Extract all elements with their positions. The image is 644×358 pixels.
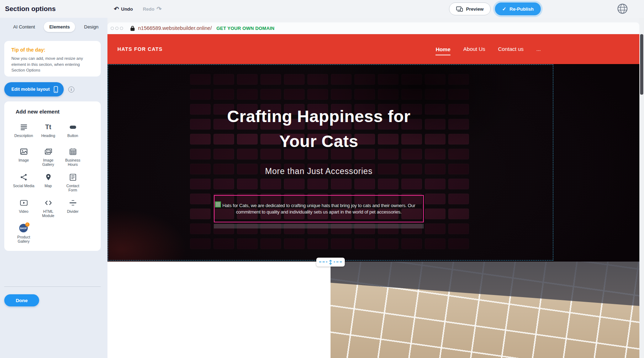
element-product-gallery[interactable]: SHOP ↑ Product Gallery	[11, 224, 36, 243]
add-element-title: Add new element	[16, 109, 101, 115]
hero-paragraph: Hats for Cats, we are dedicated to craft…	[217, 202, 420, 215]
element-resize-handle[interactable]	[215, 201, 221, 207]
element-contact-form[interactable]: Contact Form	[60, 173, 85, 192]
hero-tile	[378, 238, 398, 249]
section-resize-handle[interactable]	[316, 258, 345, 267]
element-image-gallery[interactable]: Image Gallery	[36, 147, 60, 167]
hero-paragraph-element[interactable]: Hats for Cats, we are dedicated to craft…	[214, 195, 424, 222]
element-divider[interactable]: Divider	[60, 198, 85, 218]
language-globe-button[interactable]	[617, 3, 628, 15]
photo-shadow	[331, 262, 639, 358]
product-gallery-icon: SHOP ↑	[19, 224, 28, 233]
redo-button[interactable]: Redo ↷	[143, 6, 162, 12]
sidebar-panel: AI Content Elements Design Tip of the da…	[0, 18, 107, 358]
info-icon[interactable]: i	[68, 86, 74, 93]
hero-tile	[190, 238, 211, 249]
image-icon	[20, 147, 28, 156]
hero-tile	[331, 238, 352, 249]
topbar: Section options ↶ Undo Redo ↷ Preview ✓ …	[0, 0, 644, 18]
hero-tile	[260, 238, 281, 249]
hero-subheading[interactable]: More than Just Accessories	[107, 165, 530, 177]
preview-button[interactable]: Preview	[449, 2, 491, 15]
get-domain-link[interactable]: GET YOUR OWN DOMAIN	[216, 26, 274, 31]
upgrade-badge-icon: ↑	[25, 222, 30, 227]
undo-button[interactable]: ↶ Undo	[114, 6, 133, 12]
undo-icon: ↶	[114, 6, 119, 12]
button-icon	[69, 122, 77, 132]
site-url: n1566589.websitebuilder.online/	[138, 25, 212, 31]
tab-elements[interactable]: Elements	[44, 22, 75, 32]
hero-section[interactable]: Crafting Happiness for Your Cats More th…	[107, 64, 639, 262]
page-title: Section options	[5, 5, 56, 13]
tip-title: Tip of the day:	[11, 47, 94, 53]
hero-tile	[307, 238, 328, 249]
sidebar-divider	[4, 286, 101, 287]
edit-mobile-layout-button[interactable]: Edit mobile layout	[4, 82, 64, 96]
hero-tile	[284, 238, 305, 249]
scrollbar-thumb[interactable]	[640, 34, 643, 95]
hero-content: Crafting Happiness for Your Cats More th…	[107, 64, 554, 228]
phone-icon	[54, 86, 58, 93]
hero-heading[interactable]: Crafting Happiness for Your Cats	[208, 104, 429, 154]
hero-tile	[213, 238, 234, 249]
video-icon	[20, 198, 28, 207]
social-media-icon	[20, 173, 28, 182]
element-image[interactable]: Image	[11, 147, 36, 167]
hero-tile	[354, 238, 375, 249]
redo-icon: ↷	[157, 6, 162, 12]
nav-home[interactable]: Home	[436, 46, 450, 56]
element-html-module[interactable]: HTML Module	[36, 198, 60, 218]
tip-body: Now you can add, move and resize any ele…	[11, 56, 94, 73]
tab-ai-content[interactable]: AI Content	[8, 22, 40, 32]
hero-tile	[425, 238, 445, 249]
heading-icon: Tt	[45, 122, 51, 132]
window-dot	[120, 27, 123, 30]
globe-icon	[617, 3, 628, 15]
add-element-card: Add new element Description Tt Heading	[4, 101, 101, 251]
element-social-media[interactable]: Social Media	[11, 173, 36, 192]
browser-chrome: n1566589.websitebuilder.online/ GET YOUR…	[107, 22, 639, 34]
sidebar-tabs: AI Content Elements Design	[8, 22, 104, 32]
window-dot	[115, 27, 118, 30]
republish-button[interactable]: ✓ Re-Publish	[495, 2, 541, 15]
lock-icon	[130, 26, 135, 31]
element-heading[interactable]: Tt Heading	[36, 122, 60, 141]
map-icon	[44, 173, 53, 182]
done-button[interactable]: Done	[4, 294, 39, 306]
next-section[interactable]	[107, 262, 639, 358]
hero-tile	[401, 238, 422, 249]
site-nav: Home About Us Contact us ...	[436, 46, 541, 53]
hero-tile	[237, 238, 258, 249]
html-module-icon	[44, 198, 53, 207]
undo-redo-group: ↶ Undo Redo ↷	[114, 0, 162, 18]
element-description[interactable]: Description	[11, 122, 36, 141]
devices-icon	[456, 6, 463, 12]
screen: Section options ↶ Undo Redo ↷ Preview ✓ …	[0, 0, 644, 358]
next-section-white-column	[107, 262, 331, 358]
window-dots	[111, 27, 123, 30]
site-preview: n1566589.websitebuilder.online/ GET YOUR…	[107, 22, 639, 358]
element-business-hours[interactable]: Business Hours	[60, 147, 85, 167]
element-grid: Description Tt Heading Button	[11, 122, 101, 243]
element-map[interactable]: Map	[36, 173, 60, 192]
nav-about-us[interactable]: About Us	[463, 46, 485, 53]
resize-arrows-icon	[327, 259, 334, 265]
tip-of-the-day-card: Tip of the day: Now you can add, move an…	[4, 41, 101, 77]
divider-icon	[69, 198, 77, 207]
nav-contact-us[interactable]: Contact us	[498, 46, 524, 53]
element-button[interactable]: Button	[60, 122, 85, 141]
image-gallery-icon	[44, 147, 53, 156]
preview-scrollbar[interactable]	[639, 18, 644, 358]
check-icon: ✓	[502, 6, 506, 12]
site-logo[interactable]: HATS FOR CATS	[117, 46, 163, 52]
hidden-element-placeholder	[214, 224, 424, 228]
tab-design[interactable]: Design	[79, 22, 104, 32]
nav-more[interactable]: ...	[536, 46, 541, 53]
element-video[interactable]: Video	[11, 198, 36, 218]
window-dot	[111, 27, 114, 30]
business-hours-icon	[69, 147, 77, 156]
hero-tile	[448, 238, 469, 249]
site-header: HATS FOR CATS Home About Us Contact us .…	[107, 34, 639, 64]
contact-form-icon	[69, 173, 77, 182]
next-section-image	[331, 262, 639, 358]
